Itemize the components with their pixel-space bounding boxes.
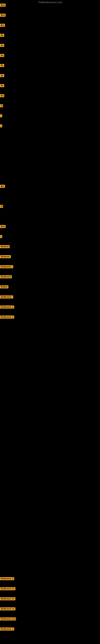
- label-badge-b13: |: [0, 124, 2, 128]
- label-badge-b6: Bo: [0, 54, 4, 57]
- label-badge-b12: |: [0, 114, 2, 117]
- site-title: TheBottlenecker.com: [38, 1, 62, 4]
- label-badge-b5: Bo: [0, 44, 4, 47]
- label-badge-b26: Bottleneck re: [0, 577, 14, 580]
- label-badge-b25: Bottleneck re: [0, 316, 14, 318]
- label-badge-b17: |: [0, 235, 2, 238]
- label-badge-b1: Bott: [0, 4, 6, 7]
- label-badge-b11: B: [0, 104, 3, 107]
- label-badge-b8: Bo: [0, 74, 4, 77]
- label-badge-b2: Bott: [0, 14, 6, 17]
- label-badge-b31: Bottleneck re: [0, 628, 14, 630]
- label-badge-b19: Bottlenec: [0, 255, 11, 258]
- label-badge-b30: Bottleneck resu: [0, 618, 16, 620]
- label-badge-b20: Bottleneck r: [0, 265, 13, 268]
- label-badge-b22: Bottlen: [0, 285, 8, 288]
- label-badge-b3: Bot: [0, 24, 5, 27]
- label-badge-b7: Bo: [0, 64, 4, 67]
- label-badge-b4: Bo: [0, 34, 4, 37]
- label-badge-b29: Bottleneck res: [0, 607, 15, 610]
- label-badge-b14: Bot: [0, 185, 5, 188]
- label-badge-b21: Bottleneck: [0, 275, 12, 278]
- label-badge-b10: Bo: [0, 94, 4, 97]
- label-badge-b23: Bottleneck r: [0, 296, 13, 298]
- label-badge-b27: Bottleneck res: [0, 587, 15, 590]
- label-badge-b16: Bott: [0, 225, 6, 228]
- label-badge-b24: Bottleneck re: [0, 306, 14, 308]
- label-badge-b28: Bottleneck res: [0, 597, 15, 600]
- label-badge-b9: Bo: [0, 84, 4, 87]
- label-badge-b15: B: [0, 205, 3, 208]
- label-badge-b18: Bottlene: [0, 245, 10, 248]
